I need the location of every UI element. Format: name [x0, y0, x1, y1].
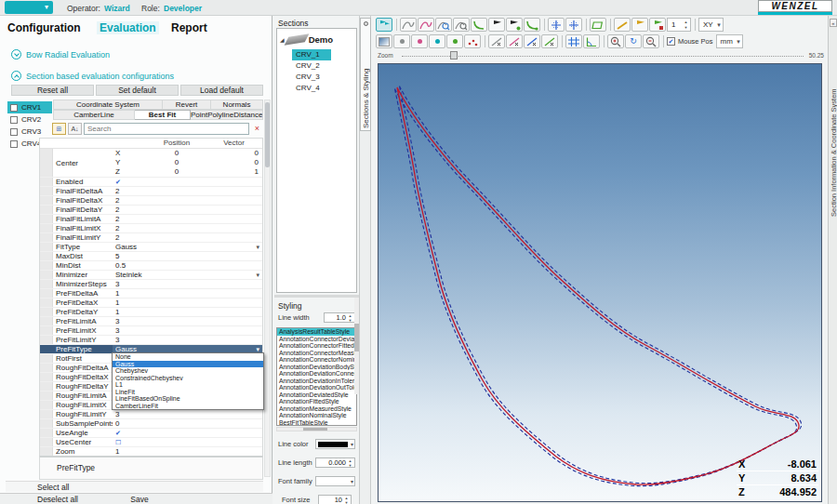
point-tool-pink[interactable]	[411, 34, 428, 48]
action-button[interactable]: Reset all	[11, 85, 94, 96]
property-row[interactable]: PreFitLimitX 3	[40, 326, 262, 336]
section-flag-tool-2[interactable]	[506, 18, 523, 32]
property-row[interactable]: RoughFitLimitY 3	[40, 410, 262, 419]
left-panel-scrollbar[interactable]	[264, 99, 271, 477]
property-value[interactable]: 1	[113, 298, 262, 307]
property-value[interactable]: 2	[113, 206, 262, 214]
property-row[interactable]: FitType Gauss	[40, 243, 262, 252]
line-width-stepper[interactable]: 1.0 ▲▼	[324, 312, 355, 323]
curve-checkbox-row[interactable]: CRV1	[7, 101, 52, 113]
curve-tool[interactable]	[400, 18, 417, 32]
point-tool-teal[interactable]	[429, 34, 445, 48]
property-row[interactable]: FinalFitLimitA 2	[40, 215, 262, 224]
section-create-tool[interactable]	[471, 18, 487, 32]
curve-checkbox-row[interactable]: CRV3	[7, 126, 52, 138]
style-list-item[interactable]: AnnotationDeviationConnect	[277, 370, 356, 378]
curve-checkbox-row[interactable]: CRV2	[7, 113, 52, 126]
property-value[interactable]: 0.5	[113, 261, 262, 270]
action-button[interactable]: Set default	[96, 85, 179, 96]
sort-az-icon[interactable]: A↓	[68, 123, 82, 135]
select-all-button[interactable]: Select all	[6, 481, 263, 492]
tab-sections-and-styling[interactable]: Sections & Styling	[360, 18, 371, 131]
grid-toggle-button[interactable]	[565, 34, 582, 48]
property-value[interactable]: 2	[113, 215, 262, 223]
property-value[interactable]: 2	[113, 224, 262, 232]
property-value[interactable]: ☐	[113, 438, 262, 446]
layer-stepper[interactable]: 1 ▲▼	[667, 18, 691, 32]
style-list-item[interactable]: AnnotationConnectorMeasur	[277, 350, 356, 357]
point-tool-gray[interactable]	[393, 34, 410, 48]
role-value[interactable]: Developer	[164, 4, 202, 13]
style-list-item[interactable]: AnnotationFittedStyle	[277, 398, 356, 405]
annotation-style-list[interactable]: AnalysisResultTableStyle AnnotationConne…	[276, 327, 357, 426]
collapse-icon[interactable]: «	[830, 19, 837, 27]
unit-dropdown[interactable]: mm	[716, 34, 743, 48]
dropdown-option[interactable]: Gauss	[113, 361, 263, 368]
property-row[interactable]: FinalFitDeltaA 2	[40, 187, 262, 196]
zoom-slider-track[interactable]	[402, 56, 804, 57]
property-row[interactable]: MinimizerSteps 3	[40, 280, 262, 289]
crosshair-tool-2[interactable]	[565, 18, 582, 32]
tab-best-fit[interactable]: Best Fit	[135, 110, 191, 120]
property-value[interactable]: 2	[113, 187, 262, 195]
property-row[interactable]: PreFitLimitY 3	[40, 336, 262, 345]
property-row[interactable]: UseAngle ✔	[40, 429, 262, 438]
line-length-stepper[interactable]: 0.000 ▲▼	[315, 458, 355, 468]
property-value[interactable]: 1	[113, 289, 262, 298]
measure-line-tool[interactable]	[614, 18, 631, 32]
zoom-slider-thumb[interactable]	[450, 51, 458, 60]
scrollbar-thumb[interactable]	[303, 428, 327, 431]
style-list-item[interactable]: AnnotationMeasuredStyle	[277, 405, 356, 413]
section-select-tool[interactable]	[376, 18, 392, 32]
property-row[interactable]: UseCenter ☐	[40, 438, 262, 447]
property-row[interactable]: Enabled ✔	[40, 178, 262, 187]
property-value[interactable]: 1	[113, 447, 262, 456]
zoom-in-button[interactable]	[607, 34, 624, 48]
checkbox[interactable]	[10, 104, 18, 112]
line-delete-tool-pink[interactable]	[506, 34, 523, 48]
property-value[interactable]: 3	[113, 317, 262, 325]
property-value[interactable]: 2	[113, 196, 262, 205]
stepper-arrows[interactable]: ▲▼	[347, 458, 353, 468]
dropdown-option[interactable]: Chebyshev	[113, 367, 263, 375]
stepper-arrows[interactable]: ▲▼	[683, 20, 689, 31]
property-value[interactable]: 3	[113, 280, 262, 288]
center-row-x[interactable]: X 0 0	[113, 149, 262, 158]
font-size-stepper[interactable]: 10 ▲▼	[318, 495, 352, 504]
tab-configuration[interactable]: Configuration	[7, 21, 81, 34]
style-list-item[interactable]: AnnotationConnectorFittedSt	[277, 342, 356, 350]
property-row[interactable]: PreFitDeltaX 1	[40, 298, 262, 308]
flag-green-red-tool[interactable]	[649, 18, 666, 32]
clear-search-icon[interactable]: ×	[251, 123, 263, 135]
property-row[interactable]: SubSamplePoints 0	[40, 419, 262, 429]
style-list-item[interactable]: BestFitTableStyle	[277, 419, 356, 427]
style-list-hscrollbar[interactable]	[276, 427, 357, 431]
property-row[interactable]: Minimizer Steinlek	[40, 271, 262, 280]
style-list-item[interactable]: AnnotationConnectorNomina	[277, 356, 356, 364]
property-value[interactable]: 1	[113, 308, 262, 316]
tab-camberline[interactable]: CamberLine	[53, 110, 135, 120]
curve-edit-tool[interactable]	[418, 18, 434, 32]
center-row-y[interactable]: Y 0 0	[113, 158, 262, 167]
deselect-all-button[interactable]: Deselect all	[37, 494, 78, 504]
property-row[interactable]: FinalFitLimitY 2	[40, 233, 262, 243]
plane-tool[interactable]	[590, 18, 606, 32]
style-list-item[interactable]: AnalysisResultTableStyle	[277, 328, 356, 336]
property-row[interactable]: PreFitDeltaY 1	[40, 308, 262, 317]
flag-yellow-tool[interactable]	[631, 18, 648, 32]
property-row[interactable]: FinalFitLimitX 2	[40, 224, 262, 233]
section-hook-tool[interactable]	[524, 18, 540, 32]
pin-icon[interactable]	[364, 21, 368, 26]
section-config-header[interactable]: Section based evaluation configurations	[11, 71, 174, 81]
section-flag-tool-1[interactable]	[488, 18, 505, 32]
property-row[interactable]: MaxDist 5	[40, 252, 262, 261]
checkbox[interactable]	[10, 116, 18, 124]
dropdown-option[interactable]: L1	[113, 381, 263, 389]
curve-inspect-tool-2[interactable]	[453, 18, 470, 32]
tab-normals[interactable]: Normals	[211, 99, 263, 110]
tree-expander-icon[interactable]: ◢	[280, 36, 285, 43]
background-gradient-button[interactable]	[376, 34, 392, 48]
zoom-out-button[interactable]	[643, 34, 659, 48]
tab-section-information[interactable]: Section Information & Coordinate System	[830, 31, 837, 217]
plane-selector-dropdown[interactable]: XY	[698, 18, 724, 32]
